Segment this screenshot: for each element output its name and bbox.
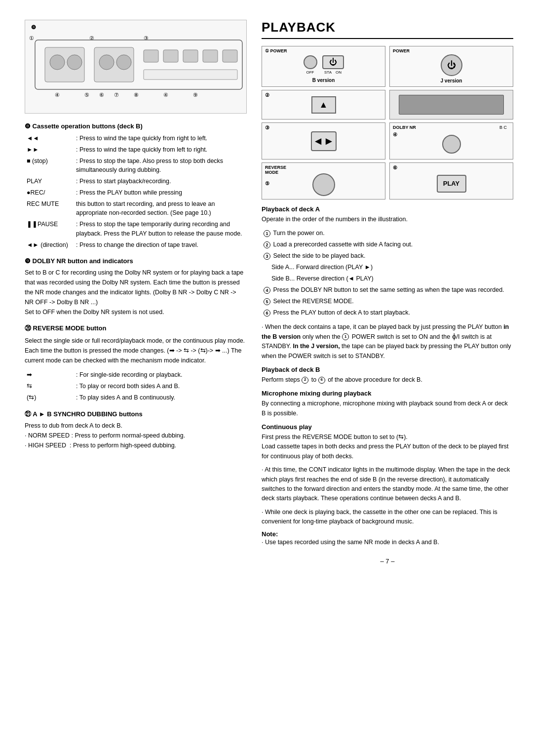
continuous-play-section: Continuous play First press the REVERSE … (262, 423, 513, 526)
mic-body: By connecting a microphone, microphone m… (262, 399, 513, 418)
button-desc: : Press to change the direction of tape … (74, 239, 247, 251)
synchro-header: ㉑ A ► B SYNCHRO DUBBING buttons (25, 410, 247, 418)
power-controls-b: OFF ⏻ STAON (304, 55, 344, 75)
button-symbol: ❚❚PAUSE (25, 219, 74, 239)
button-desc: this button to start recording, and pres… (74, 199, 247, 219)
svg-rect-11 (223, 50, 237, 62)
reverse-section: ⑳ REVERSE MODE button Select the single … (25, 324, 247, 403)
mode-desc: : For single-side recording or playback. (74, 369, 247, 381)
continuous-note-1: · At this time, the CONT indicator light… (262, 465, 513, 504)
table-row: PLAY : Press to start playback/recording… (25, 176, 247, 187)
svg-rect-8 (163, 50, 178, 62)
button-symbol: REC MUTE (25, 199, 74, 219)
list-item: 4 Press the DOLBY NR button to set the s… (262, 285, 513, 295)
power-button-j: POWER ⏻ J version (389, 46, 513, 87)
list-item: 6 Press the PLAY button of deck A to sta… (262, 308, 513, 318)
button-symbol: ●REC/ (25, 187, 74, 199)
svg-rect-7 (144, 50, 158, 62)
step-num-1: 1 (264, 230, 270, 237)
mode-desc: : To play sides A and B continuously. (74, 392, 247, 403)
cassette-slot (399, 95, 504, 115)
table-row: ■ (stop) : Press to stop the tape. Also … (25, 156, 247, 176)
svg-point-3 (67, 55, 82, 70)
svg-point-5 (99, 55, 114, 70)
reverse-mode-table: ➡ : For single-side recording or playbac… (25, 369, 247, 403)
step-num-4: 4 (264, 287, 270, 294)
synchro-body: Press to dub from deck A to deck B. · NO… (25, 421, 247, 450)
standby-switch: ⏻ (322, 55, 344, 69)
button-desc: : Press to wind the tape quickly from le… (74, 144, 247, 156)
button-desc: : Press to start playback/recording. (74, 176, 247, 187)
deck-a-steps: 1 Turn the power on. 2 Load a prerecorde… (262, 228, 513, 318)
diagram-area: ❽ ① ② ③ ④ ⑤ ⑥ ⑦ ⑧ ④ ⑨ (25, 20, 247, 114)
reverse-mode-btn (312, 173, 335, 196)
row4-left-num: ⑤ (265, 181, 269, 186)
cassette-section: ❽ Cassette operation buttons (deck B) ◄◄… (25, 122, 247, 250)
row2-num: ② (265, 92, 269, 98)
dolby-label: DOLBY NR (393, 125, 416, 130)
button-symbol: PLAY (25, 176, 74, 187)
dolby-body: Set to B or C for recording using the Do… (25, 268, 247, 317)
deck-a-note: · When the deck contains a tape, it can … (262, 322, 513, 361)
diagram-row-3: ③ ◄► DOLBY NR B C ④ (262, 122, 513, 159)
list-item: 2 Load a prerecorded cassette with side … (262, 239, 513, 249)
dolby-header: ❾ DOLBY NR button and indicators (25, 257, 247, 265)
svg-rect-10 (203, 50, 218, 62)
playback-title: PLAYBACK (262, 20, 513, 39)
power-knob (304, 55, 317, 69)
button-symbol: ■ (stop) (25, 156, 74, 176)
table-row: ❚❚PAUSE : Press to stop the tape tempora… (25, 219, 247, 239)
deck-a-intro: Operate in the order of the numbers in t… (262, 215, 513, 224)
standby-labels: STAON (324, 70, 342, 75)
diagram-row-2: ② ▲ (262, 90, 513, 119)
step-num-6: 6 (264, 310, 270, 317)
list-item: 5 Select the REVERSE MODE. (262, 296, 513, 306)
cassette-deck-svg (30, 30, 247, 99)
step-num-2: 2 (264, 241, 270, 248)
table-row: (⇆) : To play sides A and B continuously… (25, 392, 247, 403)
list-item: 1 Turn the power on. (262, 228, 513, 238)
stby-label: STA (324, 70, 332, 75)
play-btn: PLAY (437, 175, 466, 193)
mode-desc: : To play or record both sides A and B. (74, 381, 247, 392)
dolby-btn-area: DOLBY NR B C ④ (389, 122, 513, 159)
button-desc: : Press to wind the tape quickly from ri… (74, 133, 247, 144)
table-row: ►► : Press to wind the tape quickly from… (25, 144, 247, 156)
svg-point-6 (116, 55, 131, 70)
list-item: Side A... Forward direction (PLAY ►) (262, 262, 513, 272)
dolby-bc-label: B C (499, 125, 507, 130)
row4-right-num: ⑥ (393, 165, 397, 170)
table-row: ◄◄ : Press to wind the tape quickly from… (25, 133, 247, 144)
direction-btn-area: ③ ◄► (262, 122, 385, 159)
microphone-section: Microphone mixing during playback By con… (262, 390, 513, 418)
reverse-mode-area: REVERSEMODE ⑤ (262, 162, 385, 199)
power-knob-area: OFF (304, 55, 317, 75)
play-btn-area: ⑥ PLAY (389, 162, 513, 199)
row3-right-num: ④ (393, 132, 397, 137)
diagram-row-1: ① POWER OFF ⏻ STAON B versi (262, 46, 513, 87)
synchro-section: ㉑ A ► B SYNCHRO DUBBING buttons Press to… (25, 410, 247, 450)
direction-btn: ◄► (311, 131, 337, 151)
reverse-body: Select the single side or full record/pl… (25, 336, 247, 365)
button-symbol: ►► (25, 144, 74, 156)
playback-deck-a-section: Playback of deck A Operate in the order … (262, 205, 513, 361)
button-desc: : Press to stop the tape. Also press to … (74, 156, 247, 176)
mode-symbol: ➡ (25, 369, 74, 381)
table-row: ◄► (direction) : Press to change the dir… (25, 239, 247, 251)
button-desc: : Press the PLAY button while pressing (74, 187, 247, 199)
cassette-slot-area (389, 90, 513, 119)
svg-point-2 (50, 55, 65, 70)
eject-btn: ▲ (311, 96, 336, 114)
left-column: ❽ ① ② ③ ④ ⑤ ⑥ ⑦ ⑧ ④ ⑨ (25, 20, 262, 736)
cassette-header: ❽ Cassette operation buttons (deck B) (25, 122, 247, 130)
button-symbol: ◄► (direction) (25, 239, 74, 251)
table-row: ●REC/ : Press the PLAY button while pres… (25, 187, 247, 199)
on-label: ON (336, 70, 342, 75)
step-num-5: 5 (264, 298, 270, 305)
table-row: ⇆ : To play or record both sides A and B… (25, 381, 247, 392)
note-body: · Use tapes recorded using the same NR m… (262, 538, 513, 547)
final-note-box: Note: · Use tapes recorded using the sam… (262, 530, 513, 547)
playback-deck-b-section: Playback of deck B Perform steps 2 to 6 … (262, 366, 513, 385)
reverse-mode-label: REVERSEMODE (265, 165, 286, 175)
reverse-header: ⑳ REVERSE MODE button (25, 324, 247, 333)
